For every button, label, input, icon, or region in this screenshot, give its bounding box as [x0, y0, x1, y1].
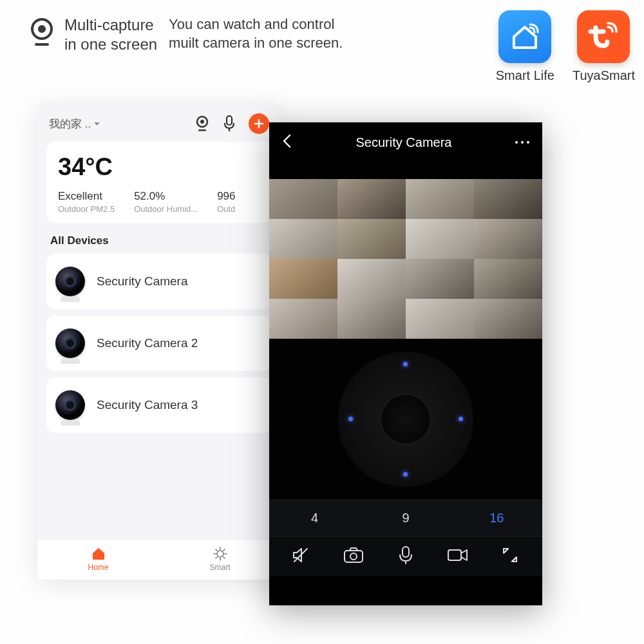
camera-tile[interactable]: [269, 179, 337, 219]
phone-camera-view: Security Camera 4 9 16: [269, 122, 542, 605]
camera-tile[interactable]: [269, 259, 337, 299]
svg-rect-7: [227, 116, 232, 125]
camera-tile[interactable]: [474, 299, 542, 339]
add-button[interactable]: [249, 113, 269, 134]
camera-tile[interactable]: [406, 219, 474, 259]
tuya-icon: [577, 10, 630, 63]
toolbar: [269, 536, 542, 576]
sun-icon: [213, 547, 227, 561]
camera-tile[interactable]: [474, 219, 542, 259]
svg-rect-6: [198, 129, 206, 131]
svg-line-19: [216, 557, 217, 558]
camera-tile[interactable]: [337, 259, 406, 299]
svg-point-1: [38, 25, 46, 33]
camera-tile[interactable]: [337, 219, 406, 259]
humidity-value: 52.0%: [134, 190, 198, 203]
device-list: Security Camera Security Camera 2 Securi…: [37, 254, 281, 433]
svg-line-17: [223, 557, 225, 558]
camera-icon: [343, 547, 364, 564]
dpad-right[interactable]: [459, 417, 463, 421]
camera-tile[interactable]: [269, 299, 337, 339]
dpad-center[interactable]: [381, 395, 430, 444]
expand-icon: [502, 547, 518, 564]
camera-tile[interactable]: [337, 179, 406, 219]
camera-tile[interactable]: [269, 219, 337, 259]
back-button[interactable]: [282, 134, 292, 151]
home-icon: [91, 547, 106, 561]
home-selector-label: 我的家 ..: [49, 117, 91, 131]
record-button[interactable]: [431, 545, 484, 565]
grid-4[interactable]: 4: [269, 500, 360, 536]
device-name: Security Camera: [97, 274, 188, 289]
svg-line-16: [216, 549, 217, 551]
smartlife-badge: Smart Life: [496, 10, 554, 83]
grid-size-selector: 4 9 16: [269, 500, 542, 536]
bottom-nav: Home Smart: [37, 540, 281, 580]
grid-16[interactable]: 16: [451, 500, 542, 536]
nav-home-label: Home: [88, 563, 108, 572]
camera-tile[interactable]: [406, 299, 474, 339]
svg-point-22: [350, 553, 357, 560]
speaker-mute-icon: [292, 546, 311, 564]
camera-icon: [55, 390, 85, 420]
camera-icon: [55, 328, 85, 358]
camera-icon: [55, 267, 85, 296]
svg-line-18: [223, 549, 225, 551]
svg-rect-25: [448, 550, 461, 560]
section-all-devices: All Devices: [37, 229, 281, 254]
mic-icon[interactable]: [223, 115, 236, 132]
nav-smart-label: Smart: [209, 563, 230, 572]
video-icon: [447, 547, 469, 563]
list-item[interactable]: Security Camera 2: [46, 316, 272, 371]
camera-tile[interactable]: [406, 179, 474, 219]
camera-grid: [269, 179, 542, 339]
grid-9[interactable]: 9: [360, 500, 451, 536]
ptz-dpad[interactable]: [338, 352, 473, 487]
svg-point-11: [217, 551, 223, 557]
fullscreen-button[interactable]: [484, 545, 536, 565]
camera-tile[interactable]: [406, 259, 474, 299]
dpad-down[interactable]: [403, 472, 408, 477]
camera-tile[interactable]: [474, 179, 542, 219]
weather-card[interactable]: 34°C Excellent Outdoor PM2.5 52.0% Outdo…: [46, 142, 272, 223]
phone-smartlife: 我的家 .. 34°C Excellent Outdoor PM2.5 52.0…: [37, 103, 281, 580]
temperature: 34°C: [58, 153, 260, 181]
svg-rect-2: [35, 43, 49, 46]
nav-smart[interactable]: Smart: [159, 540, 281, 580]
camera-tile[interactable]: [337, 299, 406, 339]
header-desc-1: You can watch and control: [169, 15, 343, 34]
dpad-up[interactable]: [403, 362, 408, 366]
tuya-badge: TuyaSmart: [573, 10, 635, 83]
smartlife-icon: [498, 10, 551, 63]
talk-button[interactable]: [380, 545, 432, 565]
pm25-value: Excellent: [58, 190, 115, 203]
camera-tile[interactable]: [474, 259, 542, 299]
svg-rect-23: [402, 547, 409, 557]
home-selector[interactable]: 我的家 ..: [49, 117, 100, 131]
mic-icon: [398, 545, 413, 565]
app-badges: Smart Life TuyaSmart: [496, 10, 635, 83]
device-name: Security Camera 3: [97, 398, 198, 412]
chevron-down-icon: [93, 120, 100, 128]
tuya-label: TuyaSmart: [573, 68, 635, 83]
nav-home[interactable]: Home: [37, 540, 159, 580]
pressure-label: Outd: [217, 204, 235, 214]
camera-target-icon[interactable]: [194, 115, 210, 132]
svg-point-5: [200, 120, 204, 124]
plus-icon: [254, 118, 264, 129]
list-item[interactable]: Security Camera 3: [46, 377, 272, 433]
device-name: Security Camera 2: [97, 336, 198, 350]
header-title-2: in one screen: [64, 35, 157, 54]
pressure-value: 996: [217, 190, 235, 203]
pm25-label: Outdoor PM2.5: [58, 204, 115, 214]
snapshot-button[interactable]: [328, 545, 380, 565]
humidity-label: Outdoor Humid...: [134, 204, 198, 214]
header-desc-2: muilt camera in one screen.: [169, 34, 343, 53]
mute-button[interactable]: [276, 545, 328, 565]
camera-bullseye-icon: [27, 18, 57, 48]
chevron-left-icon: [282, 134, 292, 148]
more-button[interactable]: [515, 141, 529, 144]
dpad-left[interactable]: [348, 417, 353, 421]
list-item[interactable]: Security Camera: [46, 254, 272, 309]
page-title: Security Camera: [356, 135, 452, 150]
